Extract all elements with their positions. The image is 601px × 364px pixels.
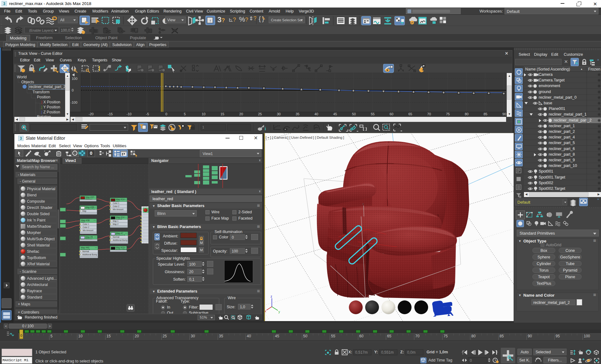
svg-text:y: y (278, 310, 280, 314)
svg-text:*: * (44, 150, 45, 153)
svg-text:i: i (265, 126, 266, 131)
svg-text:z: z (362, 202, 364, 205)
svg-text:z: z (271, 295, 272, 298)
